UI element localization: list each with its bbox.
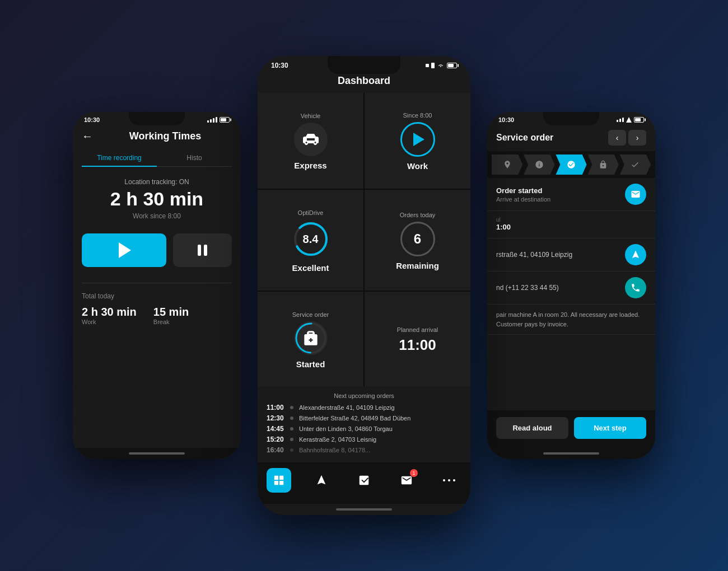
svg-rect-5 <box>279 476 283 480</box>
cell-work-label: Since 8:00 <box>403 112 432 119</box>
status-icons-left <box>207 117 230 123</box>
navigate-button[interactable] <box>625 244 646 265</box>
car-icon <box>301 132 320 147</box>
work-ring <box>400 122 435 157</box>
control-buttons <box>82 233 232 267</box>
working-times-content: Location tracking: ON 2 h 30 min Work si… <box>73 167 241 448</box>
phone-row: nd (+11 22 33 44 55) <box>487 272 655 305</box>
cell-arrival-label: Planned arrival <box>397 326 438 333</box>
order-info: Order started Arrive at destination ul 1… <box>487 178 655 410</box>
next-arrow-button[interactable]: › <box>628 130 646 146</box>
order-row-5[interactable]: 16:40 Bahnhofstraße 8, 04178... <box>267 446 461 454</box>
dashboard-screen: 10:30 Dashboard Vehicle <box>258 56 470 515</box>
message-button[interactable] <box>625 184 646 205</box>
order-address-1: Alexanderstraße 41, 04109 Leipzig <box>299 404 395 411</box>
order-address-3: Unter den Linden 3, 04860 Torgau <box>299 425 393 432</box>
prev-arrow-button[interactable]: ‹ <box>608 130 626 146</box>
call-button[interactable] <box>625 277 646 298</box>
next-step-button[interactable]: Next step <box>574 417 646 439</box>
cell-orders-title: Remaining <box>396 261 439 270</box>
time-value: 1:00 <box>496 223 646 231</box>
nav-more[interactable] <box>437 468 461 493</box>
svg-point-9 <box>448 479 450 481</box>
order-row-4[interactable]: 15:20 Kerastraße 2, 04703 Leisnig <box>267 436 461 443</box>
total-break-value: 15 min <box>153 306 189 319</box>
step-icon-4 <box>599 160 608 169</box>
order-dot-5 <box>290 448 293 452</box>
grid-cell-vehicle[interactable]: Vehicle Express <box>258 92 363 189</box>
order-dot-3 <box>290 427 293 430</box>
cell-service-label: Service order <box>292 311 329 318</box>
order-row-3[interactable]: 14:45 Unter den Linden 3, 04860 Torgau <box>267 425 461 433</box>
pause-button[interactable] <box>173 233 232 267</box>
order-address-2: Bitterfelder Straße 42, 04849 Bad Düben <box>299 415 410 422</box>
message-icon <box>631 189 641 199</box>
address-row: rstraße 41, 04109 Leipzig <box>487 238 655 272</box>
wifi-icon <box>437 63 445 68</box>
svg-point-10 <box>453 479 455 481</box>
nav-arrows: ‹ › <box>608 130 646 146</box>
nav-messages[interactable]: 1 <box>394 468 419 493</box>
step-1[interactable] <box>492 155 522 175</box>
order-dot-1 <box>290 406 293 409</box>
step-2[interactable] <box>524 155 554 175</box>
nav-home[interactable] <box>267 468 291 493</box>
dashboard-header: Dashboard <box>258 72 470 92</box>
order-address-4: Kerastraße 2, 04703 Leisnig <box>299 436 376 443</box>
phone-icon <box>631 283 641 293</box>
order-status-header: Order started <box>496 186 550 195</box>
service-progress-ring <box>294 321 328 355</box>
step-icon-2 <box>535 160 544 169</box>
play-button[interactable] <box>82 233 166 267</box>
grid-cell-service[interactable]: Service order Started <box>258 292 363 387</box>
tab-time-recording[interactable]: Time recording <box>82 149 157 166</box>
svg-marker-11 <box>626 117 632 123</box>
grid-cell-arrival[interactable]: Planned arrival 11:00 <box>365 292 470 387</box>
location-label: Location tracking: ON <box>124 178 189 186</box>
vehicle-icon-wrap <box>294 123 328 156</box>
grid-cell-optidrive[interactable]: OptiDrive 8.4 Excellent <box>258 190 363 291</box>
order-time-1: 11:00 <box>267 404 284 411</box>
upcoming-title: Next upcoming orders <box>267 392 461 399</box>
status-time-right: 10:30 <box>498 116 514 123</box>
home-indicator-center <box>258 504 470 515</box>
totals-row: 2 h 30 min Work 15 min Break <box>82 306 232 325</box>
step-4[interactable] <box>588 155 619 175</box>
total-break: 15 min Break <box>153 306 189 325</box>
time-section: ul 1:00 <box>487 211 655 238</box>
grid-cell-orders[interactable]: Orders today 6 Remaining <box>365 190 470 291</box>
back-arrow-icon[interactable]: ← <box>82 130 93 143</box>
cell-vehicle-title: Express <box>294 161 326 170</box>
nav-navigate[interactable] <box>309 468 334 493</box>
order-dot-4 <box>290 438 293 441</box>
step-3[interactable] <box>556 155 586 175</box>
service-order-screen: 10:30 Service order ‹ › <box>487 112 655 459</box>
navigation-icon <box>315 474 328 486</box>
status-time-center: 10:30 <box>271 62 288 69</box>
read-aloud-button[interactable]: Read aloud <box>496 417 568 439</box>
order-row-2[interactable]: 12:30 Bitterfelder Straße 42, 04849 Bad … <box>267 414 461 422</box>
total-work-label: Work <box>82 319 137 325</box>
service-icon-wrap <box>294 321 328 355</box>
tab-history[interactable]: Histo <box>157 149 232 166</box>
step-icon-3 <box>567 160 576 169</box>
svg-rect-7 <box>279 481 283 485</box>
totals-section: Total today 2 h 30 min Work 15 min Break <box>82 283 232 325</box>
status-icons-center <box>426 63 457 68</box>
order-time-4: 15:20 <box>267 436 284 443</box>
grid-cell-work[interactable]: Since 8:00 Work <box>365 92 470 189</box>
working-times-screen: 10:30 ← Working Times Time recor <box>73 112 241 459</box>
totals-label: Total today <box>82 292 232 300</box>
time-display: 2 h 30 min <box>110 188 203 210</box>
nav-orders[interactable] <box>352 468 376 493</box>
play-triangle <box>413 133 424 146</box>
working-times-header: ← Working Times <box>73 125 241 149</box>
order-row-1[interactable]: 11:00 Alexanderstraße 41, 04109 Leipzig <box>267 404 461 411</box>
work-since-label: Work since 8:00 <box>133 212 181 220</box>
triangle-icon <box>626 117 632 123</box>
step-5[interactable] <box>620 155 651 175</box>
svg-rect-6 <box>274 481 278 485</box>
status-icons-right <box>617 117 644 123</box>
orders-number: 6 <box>414 231 421 247</box>
bottom-nav: 1 <box>258 462 470 504</box>
